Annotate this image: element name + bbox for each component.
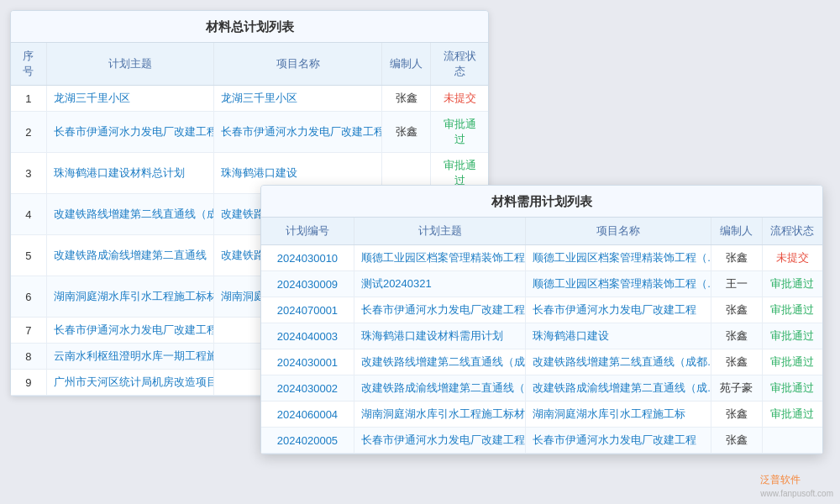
cell-code: 2024020005: [261, 428, 354, 454]
cell-theme: 长春市伊通河水力发电厂改建工程合...: [354, 297, 525, 323]
cell-theme: 顺德工业园区档案管理精装饰工程（...: [354, 245, 525, 271]
cell-theme: 长春市伊通河水力发电厂改建工程材...: [354, 428, 525, 454]
cell-seq: 4: [11, 194, 46, 235]
secondary-table-header: 计划编号 计划主题 项目名称 编制人 流程状态: [261, 218, 822, 245]
cell-code: 2024030009: [261, 271, 354, 297]
cell-code: 2024040003: [261, 323, 354, 349]
cell-project: 湖南洞庭湖水库引水工程施工标: [526, 402, 711, 428]
cell-theme: 广州市天河区统计局机房改造项目材料总计划: [46, 370, 214, 396]
cell-status: 审批通过: [762, 297, 822, 323]
cell-code: 2024060004: [261, 402, 354, 428]
col-seq: 序号: [11, 43, 46, 86]
table-row[interactable]: 2024020005 长春市伊通河水力发电厂改建工程材... 长春市伊通河水力发…: [261, 428, 822, 454]
cell-seq: 7: [11, 318, 46, 344]
cell-code: 2024030002: [261, 375, 354, 402]
cell-editor: 张鑫: [711, 428, 762, 454]
table-row[interactable]: 2024030001 改建铁路线增建第二线直通线（成都... 改建铁路线增建第二…: [261, 349, 822, 375]
cell-project: 改建铁路成渝线增建第二直通线（成...: [526, 375, 711, 402]
watermark-url: www.fanpusoft.com: [760, 489, 833, 498]
table-row[interactable]: 1 龙湖三千里小区 龙湖三千里小区 张鑫 未提交: [11, 86, 488, 112]
col-project: 项目名称: [526, 218, 711, 245]
col-editor: 编制人: [382, 43, 431, 86]
table-row[interactable]: 2024030009 测试20240321 顺德工业园区档案管理精装饰工程（..…: [261, 271, 822, 297]
cell-editor: 张鑫: [711, 349, 762, 375]
secondary-panel: 材料需用计划列表 计划编号 计划主题 项目名称 编制人 流程状态 2024030…: [260, 185, 823, 454]
cell-status: 审批通过: [762, 402, 822, 428]
col-code: 计划编号: [261, 218, 354, 245]
cell-editor: 张鑫: [382, 86, 431, 112]
cell-project: 长春市伊通河水力发电厂改建工程: [214, 112, 382, 153]
cell-theme: 珠海鹤港口建设材料总计划: [46, 153, 214, 194]
table-row[interactable]: 2 长春市伊通河水力发电厂改建工程合同材料... 长春市伊通河水力发电厂改建工程…: [11, 112, 488, 153]
cell-seq: 9: [11, 370, 46, 396]
cell-theme: 云南水利枢纽澄明水库一期工程施工标材料...: [46, 344, 214, 370]
watermark-brand: 泛普软件: [760, 474, 801, 486]
cell-status: 未提交: [762, 245, 822, 271]
table-row[interactable]: 2024040003 珠海鹤港口建设材料需用计划 珠海鹤港口建设 张鑫 审批通过: [261, 323, 822, 349]
col-status: 流程状态: [431, 43, 488, 86]
cell-theme: 长春市伊通河水力发电厂改建工程合同材料...: [46, 112, 214, 153]
table-row[interactable]: 2024060004 湖南洞庭湖水库引水工程施工标材... 湖南洞庭湖水库引水工…: [261, 402, 822, 428]
cell-editor: 苑子豪: [711, 375, 762, 402]
cell-project: 珠海鹤港口建设: [526, 323, 711, 349]
col-status: 流程状态: [762, 218, 822, 245]
cell-status: 审批通过: [762, 323, 822, 349]
cell-status: 审批通过: [431, 112, 488, 153]
cell-status: 审批通过: [762, 349, 822, 375]
cell-status: 审批通过: [762, 271, 822, 297]
cell-theme: 长春市伊通河水力发电厂改建工程材料总计划: [46, 318, 214, 344]
cell-code: 2024030010: [261, 245, 354, 271]
cell-editor: 张鑫: [711, 323, 762, 349]
cell-status: 审批通过: [762, 375, 822, 402]
cell-status: 未提交: [431, 86, 488, 112]
col-theme: 计划主题: [46, 43, 214, 86]
cell-editor: 张鑫: [382, 112, 431, 153]
cell-theme: 改建铁路线增建第二线直通线（成都...: [354, 349, 525, 375]
watermark: 泛普软件 www.fanpusoft.com: [760, 473, 833, 499]
cell-project: 改建铁路线增建第二线直通线（成都...: [526, 349, 711, 375]
cell-editor: 张鑫: [711, 402, 762, 428]
cell-project: 长春市伊通河水力发电厂改建工程: [526, 428, 711, 454]
table-row[interactable]: 2024030002 改建铁路成渝线增建第二直通线（成... 改建铁路成渝线增建…: [261, 375, 822, 402]
cell-theme: 改建铁路成渝线增建第二直通线（成...: [354, 375, 525, 402]
cell-editor: 张鑫: [711, 297, 762, 323]
secondary-panel-title: 材料需用计划列表: [261, 186, 822, 218]
cell-theme: 测试20240321: [354, 271, 525, 297]
cell-project: 龙湖三千里小区: [214, 86, 382, 112]
cell-seq: 8: [11, 344, 46, 370]
cell-seq: 3: [11, 153, 46, 194]
col-theme: 计划主题: [354, 218, 525, 245]
cell-project: 顺德工业园区档案管理精装饰工程（...: [526, 271, 711, 297]
main-panel-title: 材料总计划列表: [11, 11, 488, 43]
cell-status: [762, 428, 822, 454]
table-row[interactable]: 2024070001 长春市伊通河水力发电厂改建工程合... 长春市伊通河水力发…: [261, 297, 822, 323]
cell-theme: 珠海鹤港口建设材料需用计划: [354, 323, 525, 349]
cell-project: 顺德工业园区档案管理精装饰工程（...: [526, 245, 711, 271]
cell-theme: 湖南洞庭湖水库引水工程施工标材料总计划: [46, 276, 214, 318]
cell-code: 2024030001: [261, 349, 354, 375]
cell-seq: 5: [11, 235, 46, 276]
cell-editor: 张鑫: [711, 245, 762, 271]
col-project: 项目名称: [214, 43, 382, 86]
cell-editor: 王一: [711, 271, 762, 297]
secondary-table: 计划编号 计划主题 项目名称 编制人 流程状态 2024030010 顺德工业园…: [261, 218, 822, 454]
cell-seq: 1: [11, 86, 46, 112]
cell-theme: 湖南洞庭湖水库引水工程施工标材...: [354, 402, 525, 428]
cell-seq: 2: [11, 112, 46, 153]
cell-seq: 6: [11, 276, 46, 318]
cell-theme: 改建铁路线增建第二线直通线（成都-西安）...: [46, 194, 214, 235]
main-table-header: 序号 计划主题 项目名称 编制人 流程状态: [11, 43, 488, 86]
cell-theme: 龙湖三千里小区: [46, 86, 214, 112]
col-editor: 编制人: [711, 218, 762, 245]
cell-project: 长春市伊通河水力发电厂改建工程: [526, 297, 711, 323]
cell-code: 2024070001: [261, 297, 354, 323]
table-row[interactable]: 2024030010 顺德工业园区档案管理精装饰工程（... 顺德工业园区档案管…: [261, 245, 822, 271]
cell-theme: 改建铁路成渝线增建第二直通线（成渝枢纽...: [46, 235, 214, 276]
